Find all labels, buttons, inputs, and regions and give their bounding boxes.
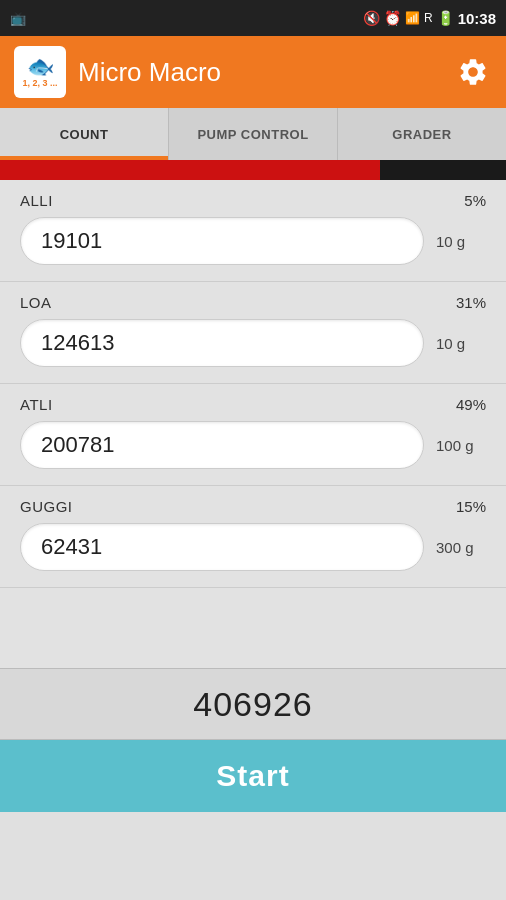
total-row: 406926 <box>0 668 506 740</box>
status-time: 10:38 <box>458 10 496 27</box>
item-name-guggi: GUGGI <box>20 498 73 515</box>
tab-count-label: COUNT <box>60 127 109 142</box>
item-header-atli: ATLI 49% <box>20 396 486 413</box>
settings-button[interactable] <box>454 53 492 91</box>
status-bar: 📺 🔇 ⏰ 📶 R 🔋 10:38 <box>0 0 506 36</box>
item-percent-guggi: 15% <box>456 498 486 515</box>
item-row-loa: LOA 31% 10 g <box>0 282 506 384</box>
item-name-loa: LOA <box>20 294 52 311</box>
battery-icon: 🔋 <box>437 10 454 26</box>
content-spacer <box>0 588 506 668</box>
logo-fish-icon: 🐟 <box>27 56 54 78</box>
item-header-guggi: GUGGI 15% <box>20 498 486 515</box>
progress-bar <box>0 160 506 180</box>
tab-count[interactable]: COUNT <box>0 108 169 160</box>
alarm-icon: ⏰ <box>384 10 401 26</box>
progress-red <box>0 160 380 180</box>
tab-grader-label: GRADER <box>392 127 451 142</box>
item-row-guggi: GUGGI 15% 300 g <box>0 486 506 588</box>
app-header: 🐟 1, 2, 3 ... Micro Macro <box>0 36 506 108</box>
item-row-alli: ALLI 5% 10 g <box>0 180 506 282</box>
item-unit-atli: 100 g <box>436 437 486 454</box>
item-percent-atli: 49% <box>456 396 486 413</box>
item-input-row-loa: 10 g <box>20 319 486 367</box>
total-value: 406926 <box>193 685 312 724</box>
item-input-row-guggi: 300 g <box>20 523 486 571</box>
item-percent-loa: 31% <box>456 294 486 311</box>
gear-icon <box>457 56 489 88</box>
item-row-atli: ATLI 49% 100 g <box>0 384 506 486</box>
item-input-row-alli: 10 g <box>20 217 486 265</box>
app-title: Micro Macro <box>78 57 221 88</box>
start-button[interactable]: Start <box>0 740 506 812</box>
item-unit-alli: 10 g <box>436 233 486 250</box>
item-input-alli[interactable] <box>20 217 424 265</box>
tab-bar: COUNT PUMP CONTROL GRADER <box>0 108 506 160</box>
main-content: ALLI 5% 10 g LOA 31% 10 g ATLI 49% 100 g <box>0 180 506 668</box>
screen-icon: 📺 <box>10 11 26 26</box>
app-logo: 🐟 1, 2, 3 ... <box>14 46 66 98</box>
status-bar-right: 🔇 ⏰ 📶 R 🔋 10:38 <box>363 10 496 27</box>
item-name-atli: ATLI <box>20 396 53 413</box>
item-input-loa[interactable] <box>20 319 424 367</box>
item-input-row-atli: 100 g <box>20 421 486 469</box>
mute-icon: 🔇 <box>363 10 380 26</box>
wifi-icon: 📶 <box>405 11 420 25</box>
item-header-alli: ALLI 5% <box>20 192 486 209</box>
item-header-loa: LOA 31% <box>20 294 486 311</box>
item-unit-guggi: 300 g <box>436 539 486 556</box>
start-button-label: Start <box>216 759 289 793</box>
signal-icon: R <box>424 11 433 25</box>
tab-pump-control[interactable]: PUMP CONTROL <box>169 108 338 160</box>
tab-pump-control-label: PUMP CONTROL <box>197 127 308 142</box>
item-unit-loa: 10 g <box>436 335 486 352</box>
item-input-guggi[interactable] <box>20 523 424 571</box>
item-percent-alli: 5% <box>464 192 486 209</box>
header-left: 🐟 1, 2, 3 ... Micro Macro <box>14 46 221 98</box>
logo-nums: 1, 2, 3 ... <box>22 78 57 88</box>
item-input-atli[interactable] <box>20 421 424 469</box>
progress-black <box>380 160 507 180</box>
tab-grader[interactable]: GRADER <box>338 108 506 160</box>
status-bar-left: 📺 <box>10 11 26 26</box>
item-name-alli: ALLI <box>20 192 53 209</box>
